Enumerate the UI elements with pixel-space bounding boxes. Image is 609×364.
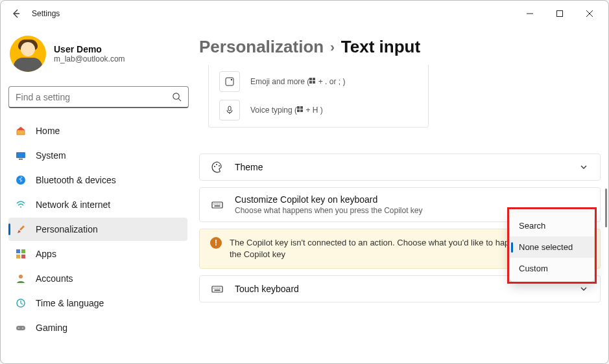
- sidebar: User Demo m_lab@outlook.com Home System: [1, 27, 195, 363]
- sidebar-item-gaming[interactable]: Gaming: [8, 316, 187, 339]
- windows-key-icon: [297, 106, 304, 113]
- sidebar-item-label: Apps: [36, 249, 56, 259]
- sidebar-item-label: System: [36, 150, 66, 161]
- sidebar-item-network[interactable]: Network & internet: [8, 193, 187, 216]
- user-name: User Demo: [54, 44, 125, 54]
- voice-label: Voice typing (: [250, 106, 297, 115]
- voice-typing-row[interactable]: Voice typing ( + H ): [209, 96, 428, 124]
- touch-keyboard-title: Touch keyboard: [235, 284, 567, 294]
- svg-rect-25: [297, 106, 300, 109]
- copilot-title: Customize Copilot key on keyboard: [235, 194, 590, 205]
- svg-rect-27: [297, 109, 300, 112]
- arrow-left-icon: [11, 8, 21, 19]
- search-input[interactable]: [16, 92, 172, 102]
- dropdown-option-custom[interactable]: Custom: [510, 258, 594, 279]
- titlebar: Settings: [1, 1, 608, 27]
- copilot-key-dropdown: Search None selected Custom: [510, 212, 594, 282]
- sidebar-item-accounts[interactable]: Accounts: [8, 267, 187, 290]
- dropdown-option-none-selected[interactable]: None selected: [510, 236, 594, 258]
- sidebar-item-label: Time & language: [36, 298, 104, 308]
- svg-rect-38: [212, 286, 222, 292]
- back-button[interactable]: [5, 2, 28, 25]
- breadcrumb-parent[interactable]: Personalization: [199, 37, 324, 57]
- sidebar-item-personalization[interactable]: Personalization: [8, 218, 187, 241]
- windows-key-icon: [309, 78, 316, 84]
- sidebar-item-label: Accounts: [36, 273, 73, 284]
- paintbrush-icon: [15, 223, 27, 235]
- theme-row[interactable]: Theme: [199, 154, 601, 181]
- sidebar-item-label: Network & internet: [36, 199, 110, 210]
- chevron-down-icon: [578, 285, 590, 293]
- input-methods-card: Emoji and more ( + . or ; ) Voice typing…: [208, 65, 429, 128]
- svg-point-4: [173, 93, 179, 99]
- sidebar-item-label: Bluetooth & devices: [36, 175, 116, 185]
- svg-rect-28: [300, 109, 303, 112]
- window-controls: [515, 3, 604, 24]
- svg-rect-9: [16, 249, 20, 253]
- sidebar-item-label: Gaming: [36, 323, 67, 333]
- svg-rect-26: [300, 106, 303, 109]
- svg-rect-24: [228, 106, 231, 111]
- palette-icon: [210, 161, 224, 174]
- svg-rect-15: [16, 326, 25, 330]
- nav-list: Home System Bluetooth & devices Network …: [8, 119, 187, 340]
- dropdown-option-search[interactable]: Search: [510, 215, 594, 236]
- main-panel: Personalization › Text input Emoji and m…: [195, 27, 608, 363]
- sidebar-item-system[interactable]: System: [8, 144, 187, 167]
- svg-rect-21: [313, 78, 315, 80]
- emoji-keys: + . or ; ): [316, 77, 345, 86]
- svg-rect-18: [226, 78, 233, 85]
- svg-rect-1: [557, 11, 563, 17]
- svg-point-13: [19, 275, 23, 279]
- wifi-icon: [15, 199, 27, 210]
- svg-rect-23: [313, 81, 315, 84]
- svg-rect-12: [21, 255, 25, 258]
- emoji-label: Emoji and more (: [250, 77, 309, 86]
- emoji-row[interactable]: Emoji and more ( + . or ; ): [209, 67, 428, 96]
- svg-point-16: [18, 328, 19, 329]
- keyboard-icon: [210, 282, 224, 295]
- apps-icon: [15, 248, 27, 260]
- sidebar-item-home[interactable]: Home: [8, 119, 187, 142]
- svg-point-17: [22, 328, 23, 329]
- system-icon: [15, 150, 27, 161]
- svg-line-5: [178, 98, 181, 101]
- sidebar-item-time-language[interactable]: Time & language: [8, 291, 187, 315]
- svg-point-19: [231, 79, 232, 80]
- home-icon: [15, 125, 27, 137]
- svg-point-30: [216, 164, 217, 165]
- person-icon: [15, 273, 27, 284]
- sidebar-item-bluetooth[interactable]: Bluetooth & devices: [8, 168, 187, 192]
- theme-title: Theme: [235, 162, 567, 172]
- mic-icon: [219, 100, 240, 120]
- emoji-icon: [219, 71, 240, 92]
- svg-rect-32: [212, 202, 222, 208]
- sidebar-item-apps[interactable]: Apps: [8, 242, 187, 266]
- chevron-down-icon: [578, 163, 590, 171]
- maximize-button[interactable]: [545, 3, 575, 24]
- svg-rect-22: [309, 81, 312, 84]
- sidebar-item-label: Personalization: [36, 224, 98, 234]
- search-icon: [172, 92, 182, 102]
- minimize-button[interactable]: [515, 3, 545, 24]
- keyboard-icon: [210, 198, 224, 211]
- search-box[interactable]: [8, 86, 189, 108]
- breadcrumb-separator: ›: [330, 40, 335, 54]
- profile-block[interactable]: User Demo m_lab@outlook.com: [8, 30, 187, 81]
- svg-rect-11: [16, 255, 20, 258]
- bluetooth-icon: [15, 174, 27, 186]
- window-title: Settings: [32, 9, 60, 18]
- gamepad-icon: [15, 322, 27, 334]
- svg-point-29: [214, 166, 215, 167]
- close-button[interactable]: [575, 3, 604, 24]
- svg-rect-7: [19, 159, 23, 160]
- settings-window: Settings User Demo m_lab@outlook.com: [0, 0, 609, 364]
- breadcrumb: Personalization › Text input: [199, 33, 601, 65]
- breadcrumb-current: Text input: [341, 37, 420, 57]
- svg-point-31: [219, 165, 220, 166]
- voice-keys: + H ): [304, 106, 323, 115]
- sidebar-item-label: Home: [36, 126, 60, 136]
- globe-clock-icon: [15, 297, 27, 309]
- scrollbar-thumb[interactable]: [605, 188, 607, 227]
- svg-rect-20: [309, 78, 312, 80]
